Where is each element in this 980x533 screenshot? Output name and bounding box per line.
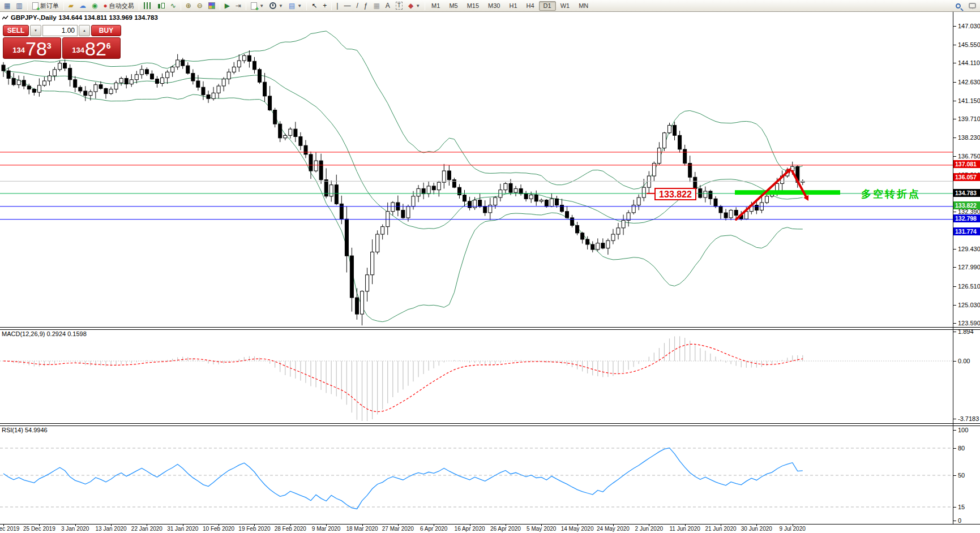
date-label: 11 Jun 2020 [669, 526, 700, 532]
axis-tick [953, 45, 956, 45]
dropdown-caret-icon: ▼ [416, 3, 420, 8]
date-label: 24 May 2020 [597, 526, 630, 532]
dropdown-caret-icon: ▼ [279, 3, 283, 8]
channel-button[interactable]: ▦ [370, 1, 382, 11]
line-chart-button[interactable]: ∿ [168, 1, 179, 11]
axis-tick [953, 119, 956, 119]
text-button[interactable]: A [383, 1, 393, 11]
ohlc-values: 134.644 134.811 133.969 134.783 [59, 14, 158, 21]
buy-button[interactable]: BUY [91, 25, 121, 36]
pane-separator[interactable] [0, 423, 980, 424]
cursor-button[interactable]: ↖ [309, 1, 320, 11]
price-tick-label: 145.550 [958, 41, 980, 49]
crosshair-button[interactable]: + [320, 1, 329, 11]
community-button[interactable]: ☁ [76, 1, 89, 11]
price-axis[interactable]: 147.030145.550144.110142.630141.150139.7… [953, 12, 980, 524]
toolbar-separator [425, 2, 425, 10]
timeframe-button-m1[interactable]: M1 [427, 1, 444, 11]
axis-tick [953, 26, 956, 27]
periods-button[interactable]: ▼ [267, 1, 286, 11]
market-watch-button[interactable]: ▰ [66, 1, 76, 11]
lot-decrease-button[interactable]: ▼ [30, 25, 41, 36]
timeframe-button-d1[interactable]: D1 [539, 1, 556, 11]
date-axis[interactable]: 16 Dec 201925 Dec 20193 Jan 202013 Jan 2… [0, 525, 980, 533]
macd-axis-label: -3.7183 [958, 415, 979, 423]
auto-scroll-button[interactable]: ▶ [222, 1, 233, 11]
candle-body [17, 80, 20, 85]
date-label: 21 Jun 2020 [705, 526, 736, 532]
chart-window-button[interactable]: ▦ [1, 1, 13, 11]
candle-body [140, 70, 143, 75]
timeframe-button-w1[interactable]: W1 [556, 1, 575, 11]
sell-price-sup: 3 [47, 41, 52, 50]
indicators-button[interactable]: ▼ [248, 1, 267, 11]
sell-price-tile[interactable]: 134 78 3 [3, 37, 61, 59]
trendline-button[interactable]: / [353, 1, 361, 11]
candle-body [42, 81, 46, 85]
candle-body [509, 183, 512, 192]
sell-button[interactable]: SELL [3, 25, 29, 36]
search-button[interactable] [953, 1, 966, 11]
chart-shift-button[interactable]: ⇥ [233, 1, 244, 11]
candlestick-chart-button[interactable] [154, 1, 168, 11]
label-button[interactable]: T [393, 1, 405, 11]
candle-body [606, 240, 610, 248]
horizontal-line-button[interactable]: — [341, 1, 353, 11]
candle-body [571, 218, 574, 225]
candle-body [299, 137, 302, 146]
pane-separator[interactable] [0, 327, 980, 328]
candle-body [529, 195, 533, 199]
candle-body [145, 70, 148, 74]
candle-body [376, 234, 379, 252]
profiles-button[interactable]: ▥ [13, 1, 25, 11]
date-label: 25 Dec 2019 [23, 526, 55, 532]
price-tick-label: 136.750 [958, 152, 980, 160]
timeframe-button-m5[interactable]: M5 [444, 1, 462, 11]
timeframe-button-m30[interactable]: M30 [483, 1, 504, 11]
rsi-pane[interactable] [0, 425, 953, 524]
candle-body [432, 186, 435, 190]
macd-pane[interactable] [0, 329, 953, 423]
candle-body [247, 55, 251, 61]
candle-body [319, 161, 323, 180]
pane-separator[interactable] [0, 425, 980, 426]
signals-button[interactable]: ◉ [89, 1, 100, 11]
lot-increase-button[interactable]: ▲ [79, 25, 90, 36]
horizontal-line-icon: — [344, 2, 350, 9]
pane-separator[interactable] [0, 329, 980, 330]
chat-button[interactable] [966, 1, 979, 11]
price-level-label: 133.822 [953, 201, 980, 209]
new-order-button[interactable]: 新订单 [29, 1, 62, 11]
timeframe-button-mn[interactable]: MN [574, 1, 593, 11]
candle-body [119, 79, 123, 83]
trend-arrow-up [736, 170, 789, 220]
macd-axis-label: 0.00 [958, 357, 970, 365]
buy-price-tile[interactable]: 134 82 6 [62, 37, 121, 59]
price-tick-label: 139.710 [958, 115, 980, 123]
lot-size-input[interactable] [42, 25, 78, 36]
turning-point-annotation[interactable]: 多空转折点 [861, 187, 921, 201]
timeframe-button-m15[interactable]: M15 [463, 1, 483, 11]
zoom-in-button[interactable]: ⊕ [183, 1, 194, 11]
tile-windows-button[interactable] [206, 1, 218, 11]
bar-chart-button[interactable] [141, 1, 154, 11]
arrows-button[interactable]: ◆▼ [405, 1, 423, 11]
price-tag-annotation[interactable]: 133.822 [654, 188, 696, 200]
date-label: 2 Jun 2020 [635, 526, 664, 532]
autotrading-button[interactable]: ●自动交易 [100, 1, 136, 11]
templates-button[interactable]: ▤▼ [286, 1, 305, 11]
axis-tick [953, 101, 956, 101]
community-icon: ☁ [79, 2, 86, 9]
candle-body [622, 220, 625, 227]
candle-body [545, 200, 548, 207]
timeframe-button-h4[interactable]: H4 [522, 1, 539, 11]
fibonacci-button[interactable]: ƒ [361, 1, 371, 11]
search-icon [956, 3, 961, 8]
axis-tick [953, 475, 956, 476]
buy-price-sup: 6 [106, 41, 111, 50]
vertical-line-button[interactable]: | [333, 1, 341, 11]
candle-body [540, 200, 543, 201]
timeframe-button-h1[interactable]: H1 [504, 1, 521, 11]
main-chart-pane[interactable] [0, 12, 953, 327]
zoom-out-button[interactable]: ⊖ [194, 1, 206, 11]
